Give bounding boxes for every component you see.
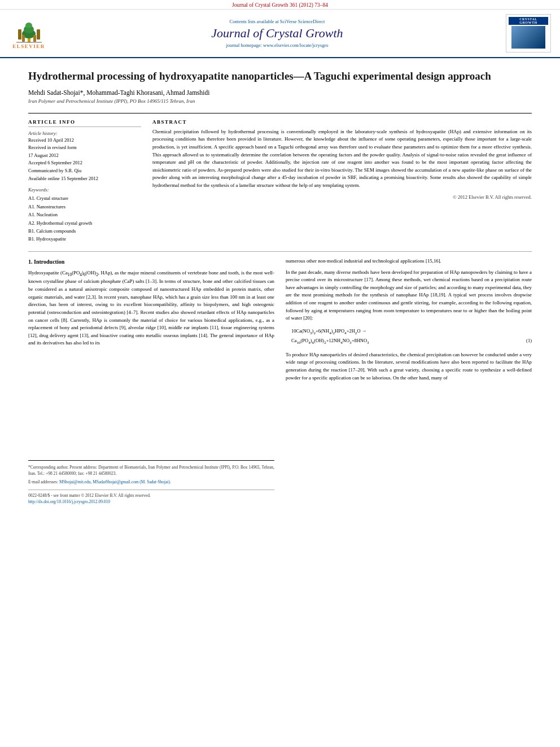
keyword-5: B1. Calcium compounds	[28, 227, 141, 235]
article-info-abstract-section: Article Info Article history: Received 1…	[28, 113, 532, 243]
article-dates: Received 10 April 2012 Received in revis…	[28, 137, 141, 183]
journal-ref-text: Journal of Crystal Growth 361 (2012) 73–…	[232, 2, 328, 8]
date-online: Available online 15 September 2012	[28, 175, 141, 183]
affiliation-line: Iran Polymer and Petrochemical Institute…	[28, 98, 532, 104]
introduction-heading: 1. Introduction	[28, 257, 274, 267]
footnote-area: *Corresponding author. Present address: …	[28, 460, 274, 485]
section-divider	[28, 251, 532, 252]
doi-line: http://dx.doi.org/10.1016/j.jcrysgro.201…	[28, 499, 274, 505]
intro-paragraph-4: To produce HAp nanoparticles of desired …	[286, 351, 532, 382]
date-communicated: Communicated by S.R. Qiu	[28, 167, 141, 175]
elsevier-wordmark: ELSEVIER	[12, 43, 45, 49]
crystal-growth-image	[511, 26, 545, 49]
journal-title-area: Contents lists available at SciVerse Sci…	[54, 19, 500, 48]
sciverse-link[interactable]: SciVerse ScienceDirect	[280, 19, 325, 24]
svg-rect-0	[28, 38, 30, 42]
body-left-column: 1. Introduction Hydroxyapatite (Ca10(PO4…	[28, 257, 274, 505]
keyword-1: A1. Crystal structure	[28, 194, 141, 202]
journal-name: Journal of Crystal Growth	[54, 26, 500, 41]
equation-line-2: Ca10(PO4)6(OH)2+12NH4NO3+8HNO3	[291, 337, 369, 346]
issn-line: 0022-0248/$ - see front matter © 2012 El…	[28, 492, 274, 499]
paper-title: Hydrothermal processing of hydroxyapatit…	[28, 69, 532, 84]
date-revised: 17 August 2012	[28, 152, 141, 160]
svg-rect-6	[22, 35, 25, 42]
intro-paragraph-3: In the past decade, many diverse methods…	[286, 269, 532, 322]
keyword-4: A2. Hydrothermal crystal growth	[28, 219, 141, 227]
date-received: Received 10 April 2012	[28, 137, 141, 145]
intro-paragraph-1: Hydroxyapatite (Ca10(PO4)6(OH)2, HAp), a…	[28, 269, 274, 347]
body-section: 1. Introduction Hydroxyapatite (Ca10(PO4…	[28, 257, 532, 505]
corresponding-author-note: *Corresponding author. Present address: …	[28, 464, 274, 477]
chemical-equation: 10Ca(NO3)2+6(NH4)2HPO4+2H2O → Ca10(PO4)6…	[291, 327, 532, 347]
body-right-column: numerous other non-medical industrial an…	[286, 257, 532, 505]
journal-reference-bar: Journal of Crystal Growth 361 (2012) 73–…	[0, 0, 560, 10]
abstract-panel: Abstract Chemical precipitation followed…	[152, 119, 532, 243]
paper-content: Hydrothermal processing of hydroxyapatit…	[0, 58, 560, 517]
abstract-text: Chemical precipitation followed by hydro…	[152, 128, 532, 190]
intro-paragraph-2: numerous other non-medical industrial an…	[286, 257, 532, 265]
copyright-line: © 2012 Elsevier B.V. All rights reserved…	[152, 194, 532, 200]
journal-header: ELSEVIER Contents lists available at Sci…	[0, 10, 560, 58]
sciverse-line: Contents lists available at SciVerse Sci…	[54, 19, 500, 24]
keywords-heading: Keywords:	[28, 187, 141, 193]
elsevier-footer: 0022-0248/$ - see front matter © 2012 El…	[28, 490, 274, 505]
email-note: E-mail addresses: MShojai@mit.edu, MSada…	[28, 479, 274, 485]
keyword-3: A1. Nucleation	[28, 211, 141, 219]
svg-point-3	[25, 23, 32, 28]
equation-line-2-wrapper: Ca10(PO4)6(OH)2+12NH4NO3+8HNO3 (1)	[291, 337, 532, 346]
elsevier-tree-icon	[14, 18, 45, 43]
article-history-label: Article history:	[28, 130, 141, 136]
abstract-heading: Abstract	[152, 119, 532, 125]
keywords-list: A1. Crystal structure A1. Nanostructures…	[28, 194, 141, 243]
homepage-link[interactable]: www.elsevier.com/locate/jcrysgro	[263, 42, 329, 48]
article-info-heading: Article Info	[28, 119, 141, 127]
svg-rect-5	[37, 29, 40, 40]
svg-rect-7	[33, 35, 36, 42]
article-info-panel: Article Info Article history: Received 1…	[28, 119, 141, 243]
date-accepted: Accepted 6 September 2012	[28, 159, 141, 167]
journal-homepage: journal homepage: www.elsevier.com/locat…	[54, 42, 500, 48]
crystal-growth-logo: CRYSTAL GROWTH	[506, 14, 551, 53]
keyword-2: A1. Nanostructures	[28, 203, 141, 211]
crystal-growth-badge-top: CRYSTAL GROWTH	[509, 17, 548, 25]
authors-line: Mehdi Sadat-Shojai*, Mohammad-Taghi Khor…	[28, 89, 532, 96]
keyword-6: B1. Hydroxyapatite	[28, 235, 141, 243]
equation-number: (1)	[526, 337, 532, 346]
elsevier-logo: ELSEVIER	[9, 18, 49, 49]
svg-rect-4	[18, 29, 21, 40]
equation-line-1: 10Ca(NO3)2+6(NH4)2HPO4+2H2O →	[291, 327, 532, 337]
date-revised-label: Received in revised form	[28, 144, 141, 152]
